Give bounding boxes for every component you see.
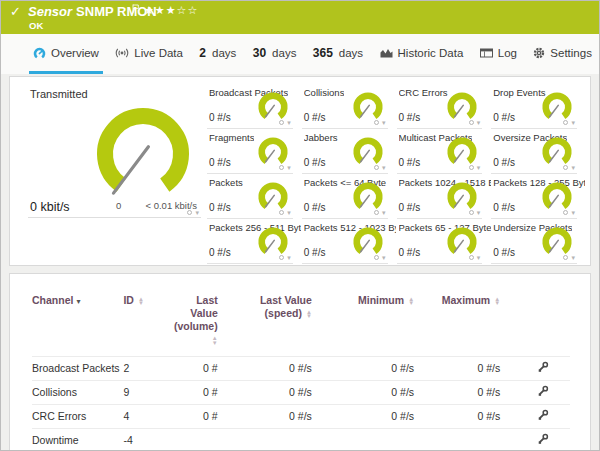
column-header-maximum[interactable]: Maximum▲▼ [430, 290, 516, 356]
channel-gauge[interactable]: Broadcast Packets 0 #/s ▾ [207, 84, 293, 129]
channel-gauge[interactable]: Drop Events 0 #/s ▾ [491, 84, 577, 129]
pin-mini-icon[interactable]: ▾ [571, 120, 575, 125]
gear-mini-icon[interactable] [563, 165, 568, 170]
channel-gauge[interactable]: Oversize Packets 0 #/s ▾ [491, 129, 577, 174]
column-header-minimum[interactable]: Minimum▲▼ [328, 290, 430, 356]
gear-mini-icon[interactable] [374, 165, 379, 170]
tab-30-days[interactable]: 30 days [249, 34, 301, 74]
channel-gauge-value: 0 #/s [304, 112, 326, 123]
gear-mini-icon[interactable] [374, 120, 379, 125]
tab-historic-data[interactable]: Historic Data [376, 34, 468, 74]
column-header-id[interactable]: ID▲▼ [123, 290, 171, 356]
channel-name[interactable]: Broadcast Packets [32, 356, 123, 380]
pin-mini-icon[interactable]: ▾ [287, 120, 291, 125]
gear-mini-icon[interactable] [563, 120, 568, 125]
gear-mini-icon[interactable] [374, 210, 379, 215]
table-row[interactable]: Downtime -4 [32, 428, 570, 451]
channel-gauge[interactable]: Fragments 0 #/s ▾ [207, 129, 293, 174]
gear-mini-icon[interactable] [279, 255, 284, 260]
pin-mini-icon[interactable]: ▾ [287, 210, 291, 215]
column-label: Minimum [358, 294, 404, 306]
pin-mini-icon[interactable]: ▾ [571, 210, 575, 215]
tab-label: Settings [550, 47, 592, 59]
tab-label: days [339, 47, 363, 59]
gear-mini-icon[interactable] [279, 210, 284, 215]
channel-gauge-value: 0 #/s [399, 157, 421, 168]
tab-bar: Overview Live Data 2 days 30 days 365 da… [1, 34, 599, 74]
gear-mini-icon[interactable] [187, 210, 192, 215]
channel-gauge[interactable]: Packets 256 - 511 Bytes 0 #/s ▾ [207, 219, 293, 264]
tab-settings[interactable]: Settings [529, 34, 596, 74]
tab-365-days[interactable]: 365 days [309, 34, 367, 74]
channel-gauge[interactable]: Multicast Packets 0 #/s ▾ [397, 129, 483, 174]
tab-2-days[interactable]: 2 days [195, 34, 240, 74]
pin-mini-icon[interactable]: ▾ [571, 165, 575, 170]
channel-gauge[interactable]: CRC Errors 0 #/s ▾ [397, 84, 483, 129]
pin-mini-icon[interactable]: ▾ [382, 120, 386, 125]
main-gauge[interactable]: Transmitted 0 kbit/s 0 < 0.01 kbit/s ▾ [10, 77, 207, 265]
priority-stars[interactable]: ★★★☆☆ [144, 4, 198, 17]
gear-mini-icon[interactable] [279, 165, 284, 170]
main-gauge-dial [82, 103, 204, 213]
column-header-last-value[interactable]: Last Value(volume)▲▼ [172, 290, 234, 356]
channel-gauge[interactable]: Packets <= 64 Byte 0 #/s ▾ [302, 174, 388, 219]
column-header-last-value-speed-[interactable]: Last Value (speed)▲▼ [234, 290, 328, 356]
channel-name[interactable]: Collisions [32, 380, 123, 404]
channel-name[interactable]: CRC Errors [32, 404, 123, 428]
column-label: Channel [32, 294, 73, 306]
channel-gauge-value: 0 #/s [209, 247, 231, 258]
pin-mini-icon[interactable]: ▾ [287, 255, 291, 260]
gear-icon [533, 47, 545, 59]
column-header-channel[interactable]: Channel▾ [32, 290, 123, 356]
pin-mini-icon[interactable]: ▾ [382, 165, 386, 170]
gear-mini-icon[interactable] [563, 255, 568, 260]
pin-mini-icon[interactable]: ▾ [477, 210, 481, 215]
table-row[interactable]: Broadcast Packets 2 0 # 0 #/s 0 #/s 0 #/… [32, 356, 570, 380]
pin-mini-icon[interactable]: ▾ [382, 210, 386, 215]
channel-gauge[interactable]: Packets 1024 - 1518 B… 0 #/s ▾ [397, 174, 483, 219]
channel-gauge[interactable]: Packets 65 - 127 Bytes 0 #/s ▾ [397, 219, 483, 264]
channel-gauge-label: Packets [209, 177, 243, 188]
channel-id: 9 [123, 380, 171, 404]
channel-gauge[interactable]: Jabbers 0 #/s ▾ [302, 129, 388, 174]
gear-mini-icon[interactable] [469, 120, 474, 125]
tab-log[interactable]: Log [476, 34, 521, 74]
tab-live-data[interactable]: Live Data [111, 34, 187, 74]
pin-mini-icon[interactable]: ▾ [287, 165, 291, 170]
pin-mini-icon[interactable]: ▾ [477, 255, 481, 260]
table-row[interactable]: Collisions 9 0 # 0 #/s 0 #/s 0 #/s [32, 380, 570, 404]
gear-mini-icon[interactable] [563, 210, 568, 215]
pin-mini-icon[interactable]: ▾ [477, 120, 481, 125]
tab-number: 365 [313, 46, 333, 60]
channel-id: 2 [123, 356, 171, 380]
tab-overview[interactable]: Overview [29, 34, 103, 74]
tab-label: Live Data [134, 47, 183, 59]
sort-both-icon: ▲▼ [212, 336, 218, 345]
channel-gauge[interactable]: Packets 0 #/s ▾ [207, 174, 293, 219]
pin-mini-icon[interactable]: ▾ [571, 255, 575, 260]
column-label: Last Value [190, 294, 217, 319]
channel-gauge[interactable]: Collisions 0 #/s ▾ [302, 84, 388, 129]
table-row[interactable]: CRC Errors 4 0 # 0 #/s 0 #/s 0 #/s [32, 404, 570, 428]
pin-mini-icon[interactable]: ▾ [477, 165, 481, 170]
gear-mini-icon[interactable] [469, 255, 474, 260]
column-label-2: (volume) [174, 320, 218, 332]
channel-gauge[interactable]: Packets 128 - 255 Bytes 0 #/s ▾ [491, 174, 577, 219]
channel-gauge[interactable]: Undersize Packets 0 #/s ▾ [491, 219, 577, 264]
channel-gauge[interactable]: Packets 512 - 1023 Byt… 0 #/s ▾ [302, 219, 388, 264]
wrench-icon[interactable] [537, 433, 549, 447]
channel-minimum: 0 #/s [328, 380, 430, 404]
tab-number: 2 [199, 46, 206, 60]
gear-mini-icon[interactable] [279, 120, 284, 125]
gear-mini-icon[interactable] [469, 165, 474, 170]
wrench-icon[interactable] [537, 409, 549, 423]
pin-mini-icon[interactable]: ▾ [195, 210, 199, 215]
gauge-icon [33, 47, 46, 59]
channel-name[interactable]: Downtime [32, 428, 123, 451]
gear-mini-icon[interactable] [374, 255, 379, 260]
channel-maximum: 0 #/s [430, 404, 516, 428]
wrench-icon[interactable] [537, 361, 549, 375]
gear-mini-icon[interactable] [469, 210, 474, 215]
wrench-icon[interactable] [537, 385, 549, 399]
pin-mini-icon[interactable]: ▾ [382, 255, 386, 260]
